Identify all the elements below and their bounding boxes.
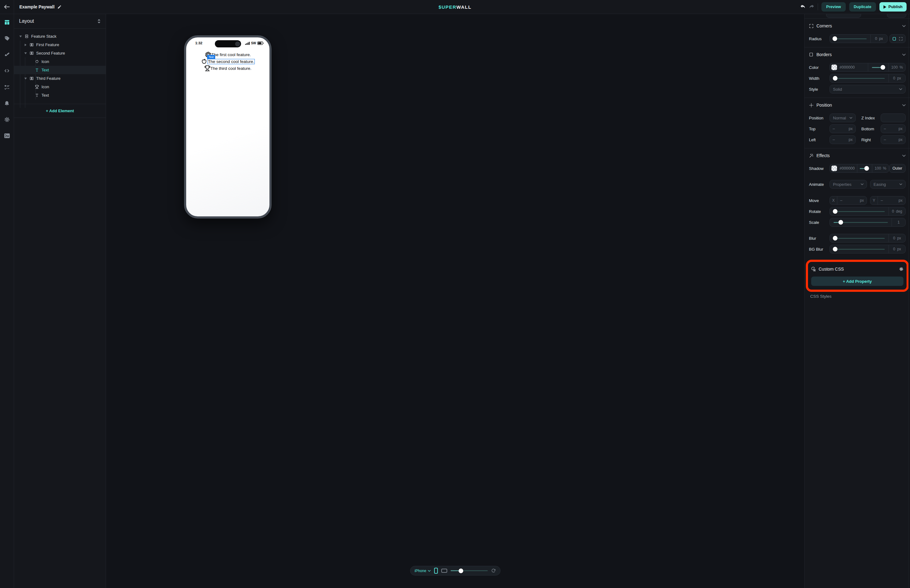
paywall-editor: Example Paywall $UPERWALL Preview Duplic… [0,0,455,294]
back-arrow-icon [4,5,10,9]
dynamic-island [215,40,241,47]
layer-tree: Feature Stack First Feature Second Featu… [14,29,106,99]
status-icons: SW [245,42,264,45]
tree-item-text[interactable]: Text [14,91,106,99]
tree-item-first-feature[interactable]: First Feature [14,40,106,49]
tree-item-third-feature[interactable]: Third Feature [14,74,106,82]
caret-down-icon[interactable] [19,36,23,37]
battery-icon [257,42,264,45]
layout-panel: Layout Feature Stack First Feature Secon… [14,14,106,294]
apple-icon [201,58,207,65]
selection-tag: Text [207,55,215,59]
iphone-preview[interactable]: 1:32 SW The first cool feature. TextThe … [184,35,272,218]
carrier-label: SW [251,42,256,45]
apple-icon [34,60,39,64]
columns-icon [29,51,34,55]
signal-bars-icon [245,42,250,45]
page-title: Example Paywall [19,4,55,9]
stack-icon [24,34,29,38]
columns-icon [29,43,34,47]
tree-item-text-selected[interactable]: Text [14,66,106,74]
rail-code-icon[interactable] [3,67,11,74]
sort-icon[interactable] [97,19,101,23]
caret-down-icon[interactable] [24,52,27,54]
layout-panel-header: Layout [14,14,106,29]
document-title-group: Example Paywall [14,4,61,9]
clock-time: 1:32 [195,41,202,45]
rail-layout-icon[interactable] [3,18,11,26]
rail-checklist-icon[interactable] [3,83,11,91]
rail-settings-gear-icon[interactable] [3,116,11,123]
trophy-icon [34,85,39,89]
add-element-button[interactable]: + Add Element [14,104,106,118]
canvas[interactable]: 1:32 SW The first cool feature. TextThe … [106,14,455,294]
text-icon [34,93,39,97]
trophy-icon [204,65,210,71]
caret-down-icon[interactable] [24,78,27,79]
rail-tag-icon[interactable] [3,35,11,42]
status-bar: 1:32 SW [186,40,270,47]
rail-terminal-icon[interactable] [3,132,11,139]
columns-icon [29,76,34,81]
superwall-logo: $UPERWALL [438,4,455,10]
tree-item-feature-stack[interactable]: Feature Stack [14,32,106,40]
feature-row-2[interactable]: TextThe second cool feature. [201,58,255,65]
selected-text-element[interactable]: TextThe second cool feature. [207,59,255,64]
caret-right-icon[interactable] [24,44,27,46]
edit-pencil-icon[interactable] [57,5,61,9]
left-icon-rail [0,14,14,294]
layout-panel-title: Layout [19,18,97,24]
feature-list: The first cool feature. TextThe second c… [186,51,270,72]
tree-item-icon-apple[interactable]: Icon [14,57,106,66]
back-button[interactable] [0,0,14,14]
iphone-screen[interactable]: 1:32 SW The first cool feature. TextThe … [186,37,270,216]
tree-item-icon-trophy[interactable]: Icon [14,82,106,91]
tree-item-second-feature[interactable]: Second Feature [14,49,106,57]
text-icon [34,68,39,72]
rail-theme-brush-icon[interactable] [3,51,11,58]
camera-dot [235,42,240,47]
feature-row-3[interactable]: The third cool feature. [204,65,251,72]
top-bar: Example Paywall $UPERWALL Preview Duplic… [0,0,455,14]
rail-bell-icon[interactable] [3,99,11,107]
